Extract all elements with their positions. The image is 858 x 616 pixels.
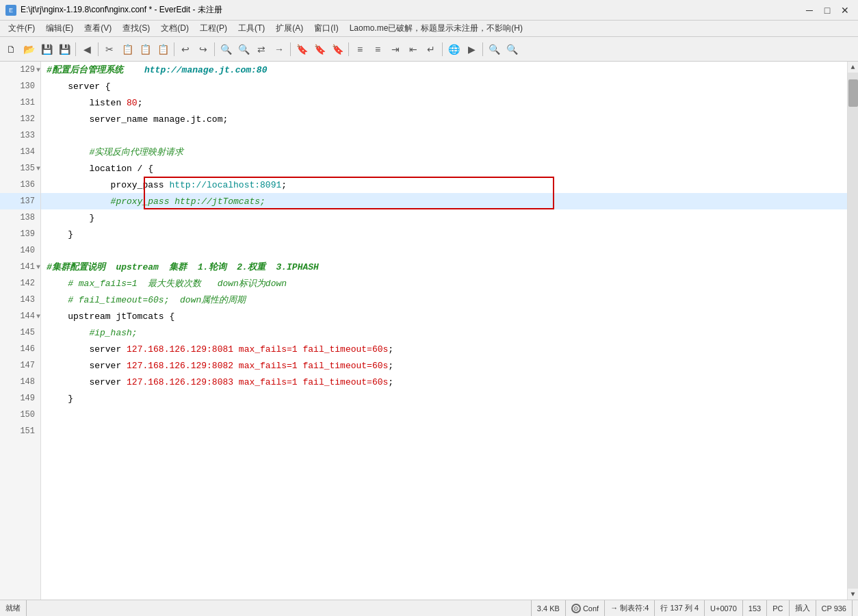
code-area[interactable]: #配置后台管理系统 http://manage.jt.com:80 server… <box>41 62 847 600</box>
line-numbers: 129▼ 130 131 132 133 134 135▼ 136 137 13… <box>0 62 41 600</box>
scroll-down-arrow[interactable]: ▼ <box>848 589 859 600</box>
toolbar-paste[interactable]: 📋 <box>137 41 153 57</box>
toolbar: 🗋 📂 💾 💾 ◀ ✂ 📋 📋 📋 ↩ ↪ 🔍 🔍 ⇄ → 🔖 🔖 🔖 ≡ ≡ … <box>0 37 858 62</box>
line-num-150: 150 <box>0 407 40 423</box>
toolbar-sep-7 <box>442 42 443 56</box>
close-button[interactable]: ✕ <box>837 3 853 18</box>
code-line-135: location / { <box>41 160 847 177</box>
code-line-145: #ip_hash; <box>41 324 847 341</box>
minimize-button[interactable]: ─ <box>802 3 817 18</box>
toolbar-back[interactable]: ◀ <box>79 41 95 57</box>
toolbar-format2[interactable]: ≡ <box>369 41 386 57</box>
status-spacer <box>27 600 532 616</box>
code-line-146: server 127.168.126.129:8081 max_fails=1 … <box>41 341 847 357</box>
toolbar-run[interactable]: ▶ <box>463 41 480 57</box>
menu-file[interactable]: 文件(F) <box>3 21 40 36</box>
status-filesize: 3.4 KB <box>532 600 566 616</box>
status-unicode: U+0070 <box>705 600 743 616</box>
code-line-138: } <box>41 209 847 226</box>
toolbar-replace[interactable]: ⇄ <box>253 41 270 57</box>
code-line-148: server 127.168.126.129:8083 max_fails=1 … <box>41 374 847 390</box>
menu-extend[interactable]: 扩展(A) <box>270 21 309 36</box>
menu-window[interactable]: 窗口(I) <box>309 21 343 36</box>
toolbar-sep-3 <box>174 42 174 56</box>
menu-help[interactable]: Laomo.me已破解，标题显示未注册，不影响(H) <box>344 21 528 36</box>
line-num-143: 143 <box>0 292 40 308</box>
status-insert-mode[interactable]: 插入 <box>790 600 816 616</box>
toolbar-sep-4 <box>214 42 215 56</box>
conf-icon: ⊙ <box>571 604 581 613</box>
code-line-137: #proxy_pass http://jtTomcats; <box>41 193 847 209</box>
code-line-132: server_name manage.jt.com; <box>41 111 847 127</box>
editor-main: 129▼ 130 131 132 133 134 135▼ 136 137 13… <box>0 62 858 600</box>
toolbar-bookmark2[interactable]: 🔖 <box>311 41 328 57</box>
scroll-track[interactable] <box>848 73 859 589</box>
menu-bar: 文件(F) 编辑(E) 查看(V) 查找(S) 文档(D) 工程(P) 工具(T… <box>0 21 858 37</box>
menu-search[interactable]: 查找(S) <box>117 21 155 36</box>
line-num-142: 142 <box>0 275 40 292</box>
menu-view[interactable]: 查看(V) <box>79 21 117 36</box>
toolbar-sep-1 <box>75 42 76 56</box>
line-num-144: 144▼ <box>0 308 40 324</box>
toolbar-copy[interactable]: 📋 <box>119 41 135 57</box>
status-ready: 就绪 <box>5 600 27 616</box>
toolbar-bookmark3[interactable]: 🔖 <box>329 41 346 57</box>
toolbar-indent[interactable]: ⇥ <box>387 41 404 57</box>
code-line-151 <box>41 423 847 439</box>
maximize-button[interactable]: □ <box>820 3 835 18</box>
menu-tools[interactable]: 工具(T) <box>233 21 270 36</box>
toolbar-sep-5 <box>290 42 291 56</box>
line-num-135: 135▼ <box>0 160 40 177</box>
toolbar-sep-2 <box>98 42 99 56</box>
toolbar-format[interactable]: ≡ <box>352 41 368 57</box>
status-conf: ⊙ Conf <box>566 600 605 616</box>
code-line-129: #配置后台管理系统 http://manage.jt.com:80 <box>41 62 847 78</box>
code-line-147: server 127.168.126.129:8082 max_fails=1 … <box>41 357 847 374</box>
menu-doc[interactable]: 文档(D) <box>155 21 194 36</box>
toolbar-bookmark[interactable]: 🔖 <box>294 41 310 57</box>
toolbar-cut[interactable]: ✂ <box>101 41 118 57</box>
line-num-130: 130 <box>0 78 40 94</box>
toolbar-browser[interactable]: 🌐 <box>445 41 462 57</box>
toolbar-open[interactable]: 📂 <box>21 41 37 57</box>
line-num-131: 131 <box>0 94 40 111</box>
line-num-141: 141▼ <box>0 259 40 275</box>
toolbar-new[interactable]: 🗋 <box>3 41 19 57</box>
toolbar-find[interactable]: 🔍 <box>218 41 234 57</box>
editor-container: 129▼ 130 131 132 133 134 135▼ 136 137 13… <box>0 62 858 600</box>
code-line-140 <box>41 242 847 259</box>
toolbar-paste2[interactable]: 📋 <box>155 41 171 57</box>
toolbar-find2[interactable]: 🔍 <box>235 41 252 57</box>
toolbar-undo[interactable]: ↩ <box>177 41 194 57</box>
toolbar-unindent[interactable]: ⇤ <box>405 41 421 57</box>
toolbar-wrap[interactable]: ↵ <box>423 41 439 57</box>
toolbar-redo[interactable]: ↪ <box>195 41 211 57</box>
vertical-scrollbar[interactable]: ▲ ▼ <box>847 62 858 600</box>
line-num-136: 136 <box>0 177 40 193</box>
code-line-142: # max_fails=1 最大失败次数 down标识为down <box>41 275 847 292</box>
code-line-150 <box>41 407 847 423</box>
toolbar-goto[interactable]: → <box>271 41 287 57</box>
toolbar-save-all[interactable]: 💾 <box>56 41 73 57</box>
toolbar-zoom-in[interactable]: 🔍 <box>486 41 502 57</box>
line-num-149: 149 <box>0 390 40 407</box>
status-line-ending[interactable]: PC <box>767 600 789 616</box>
toolbar-zoom-out[interactable]: 🔍 <box>504 41 520 57</box>
scroll-up-arrow[interactable]: ▲ <box>848 62 859 73</box>
line-num-132: 132 <box>0 111 40 127</box>
status-encoding[interactable]: CP 936 <box>816 600 853 616</box>
status-marker: → 制表符:4 <box>605 600 655 616</box>
line-num-134: 134 <box>0 144 40 160</box>
line-num-139: 139 <box>0 226 40 242</box>
code-line-134: #实现反向代理映射请求 <box>41 144 847 160</box>
menu-project[interactable]: 工程(P) <box>194 21 233 36</box>
toolbar-save[interactable]: 💾 <box>38 41 55 57</box>
code-line-131: listen 80; <box>41 94 847 111</box>
app-icon: E <box>5 5 16 16</box>
line-num-146: 146 <box>0 341 40 357</box>
code-line-130: server { <box>41 78 847 94</box>
menu-edit[interactable]: 编辑(E) <box>40 21 79 36</box>
window-title: E:\jt\rj\nginx-1.19.8\conf\nginx.conf * … <box>21 4 222 16</box>
code-line-149: } <box>41 390 847 407</box>
scroll-thumb[interactable] <box>848 79 858 107</box>
